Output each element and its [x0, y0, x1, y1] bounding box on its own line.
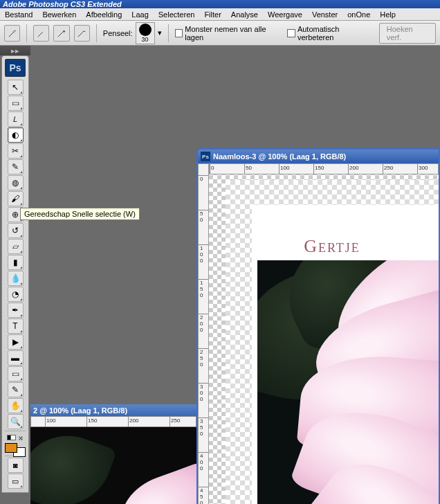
- dodge-tool[interactable]: ◔: [8, 287, 24, 302]
- app-titlebar: Adobe Photoshop CS3 Extended: [0, 0, 440, 8]
- hand-tool[interactable]: ✋: [8, 398, 24, 413]
- ruler-tick-label: 150: [88, 417, 97, 424]
- app-title: Adobe Photoshop CS3 Extended: [3, 0, 122, 8]
- doc1-hruler: 100150200250: [30, 416, 196, 427]
- blur-tool[interactable]: 💧: [8, 271, 24, 286]
- zoom-tool[interactable]: 🔍: [8, 414, 24, 429]
- menu-bewerken[interactable]: Bewerken: [37, 9, 81, 20]
- brush-preview-icon: [139, 24, 152, 36]
- ruler-tick-label: 350: [200, 418, 203, 437]
- svg-point-0: [14, 30, 15, 31]
- ruler-tick-label: 100: [280, 165, 289, 171]
- path-select-tool[interactable]: ▶: [8, 334, 24, 350]
- move-tool[interactable]: ↖: [8, 80, 24, 95]
- auto-enhance-checkbox[interactable]: Automatisch verbeteren: [287, 25, 375, 42]
- ruler-tick-label: 200: [200, 314, 203, 333]
- ruler-tick-label: 200: [349, 165, 358, 171]
- wand-sub-icon: [77, 28, 86, 38]
- ps-mini-icon: Ps: [201, 152, 210, 161]
- panel-expander[interactable]: ▸▸: [0, 46, 30, 55]
- marquee-tool[interactable]: ▭: [8, 96, 24, 111]
- eyedropper2-tool[interactable]: ✎: [8, 382, 24, 397]
- zoom-tool-icon: 🔍: [10, 417, 21, 426]
- gradient-tool[interactable]: ▮: [8, 255, 24, 270]
- doc2-titlebar[interactable]: Ps Naamloos-3 @ 100% (Laag 1, RGB/8): [198, 150, 439, 163]
- wand-add-icon: [57, 28, 66, 38]
- hand-tool-icon: ✋: [10, 401, 21, 411]
- ruler-tick-label: 100: [200, 245, 203, 264]
- menu-bestand[interactable]: Bestand: [0, 9, 37, 20]
- chk2-label: Automatisch verbeteren: [297, 25, 375, 42]
- healing-tool[interactable]: ◍: [8, 175, 24, 190]
- ruler-tick-label: 450: [200, 487, 203, 504]
- color-defaults[interactable]: ⤭: [2, 433, 28, 442]
- ruler-tick-label: 150: [315, 165, 324, 171]
- gradient-tool-icon: ▮: [13, 258, 18, 267]
- ps-logo-icon: Ps: [5, 59, 26, 77]
- menu-laag[interactable]: Laag: [127, 9, 153, 20]
- move-tool-icon: ↖: [12, 82, 19, 92]
- ruler-tick-label: 250: [384, 165, 393, 171]
- eyedropper-tool[interactable]: ✎: [8, 159, 24, 174]
- screen-icon: ▭: [12, 477, 19, 486]
- fg-color[interactable]: [5, 443, 17, 453]
- add-selection-icon[interactable]: [53, 25, 69, 42]
- divider: [96, 24, 97, 42]
- crop-tool[interactable]: ✂: [8, 143, 24, 159]
- lasso-tool-icon: 𝘓: [13, 114, 17, 124]
- doc1-titlebar[interactable]: 2 @ 100% (Laag 1, RGB/8): [30, 404, 196, 416]
- lasso-tool[interactable]: 𝘓: [8, 111, 24, 127]
- color-swatch[interactable]: [5, 443, 26, 454]
- menu-afbeelding[interactable]: Afbeelding: [81, 9, 127, 20]
- doc2-window: Ps Naamloos-3 @ 100% (Laag 1, RGB/8) 050…: [196, 148, 440, 504]
- menu-analyse[interactable]: Analyse: [226, 9, 263, 20]
- history-brush-tool-icon: ↺: [12, 226, 19, 235]
- brush-picker[interactable]: Penseel: 30 ▾: [103, 22, 162, 44]
- current-tool-icon[interactable]: [4, 25, 20, 42]
- tool-tooltip: Gereedschap Snelle selectie (W): [20, 208, 140, 220]
- refine-edges-button[interactable]: Hoeken verf.: [379, 23, 436, 44]
- brush-tool[interactable]: 🖌: [8, 191, 24, 206]
- quickmask-toggle[interactable]: ◙: [8, 458, 24, 473]
- stamp-tool-icon: ⊕: [12, 210, 19, 219]
- menu-weergave[interactable]: Weergave: [263, 9, 307, 20]
- subtract-selection-icon[interactable]: [74, 25, 90, 42]
- new-selection-icon[interactable]: [33, 25, 49, 42]
- sample-all-layers-checkbox[interactable]: Monster nemen van alle lagen: [175, 25, 284, 42]
- ruler-tick-label: 300: [200, 384, 203, 402]
- quick-select-tool[interactable]: ◐: [8, 127, 24, 143]
- checkbox-icon: [287, 29, 295, 37]
- blur-tool-icon: 💧: [10, 273, 21, 283]
- ruler-tick-label: 50: [246, 165, 252, 171]
- swap-colors-icon[interactable]: ⤭: [18, 435, 24, 442]
- doc2-canvas[interactable]: Gertje: [209, 174, 439, 504]
- menu-filter[interactable]: Filter: [199, 9, 226, 20]
- doc1-title: 2 @ 100% (Laag 1, RGB/8): [33, 406, 127, 415]
- menu-help[interactable]: Help: [375, 9, 401, 20]
- eraser-tool[interactable]: ▱: [8, 239, 24, 254]
- divider: [26, 24, 27, 42]
- notes-tool-icon: ▭: [12, 369, 19, 379]
- chevron-down-icon[interactable]: ▾: [158, 28, 162, 37]
- toolbox: Ps ↖▭𝘓◐✂✎◍🖌⊕↺▱▮💧◔✒T▶▬▭✎✋🔍 ⤭ ◙ ▭: [1, 55, 29, 493]
- eyedropper-tool-icon: ✎: [12, 162, 19, 172]
- type-tool[interactable]: T: [8, 318, 24, 334]
- ruler-tick-label: 100: [46, 417, 55, 424]
- notes-tool[interactable]: ▭: [8, 366, 24, 381]
- menu-onone[interactable]: onOne: [342, 9, 375, 20]
- menu-selecteren[interactable]: Selecteren: [154, 9, 200, 20]
- brush-label: Penseel:: [103, 29, 133, 37]
- doc1-canvas[interactable]: [30, 427, 196, 504]
- crop-tool-icon: ✂: [12, 146, 19, 156]
- checkbox-icon: [175, 29, 183, 37]
- history-brush-tool[interactable]: ↺: [8, 223, 24, 238]
- shape-tool[interactable]: ▬: [8, 350, 24, 366]
- ruler-tick-label: 0: [200, 176, 203, 182]
- wand-icon: [8, 28, 17, 38]
- menu-venster[interactable]: Venster: [307, 9, 342, 20]
- doc2-title: Naamloos-3 @ 100% (Laag 1, RGB/8): [213, 152, 346, 161]
- ruler-tick-label: 250: [200, 349, 203, 368]
- screenmode-toggle[interactable]: ▭: [8, 474, 24, 489]
- pen-tool-icon: ✒: [12, 305, 19, 315]
- pen-tool[interactable]: ✒: [8, 303, 24, 318]
